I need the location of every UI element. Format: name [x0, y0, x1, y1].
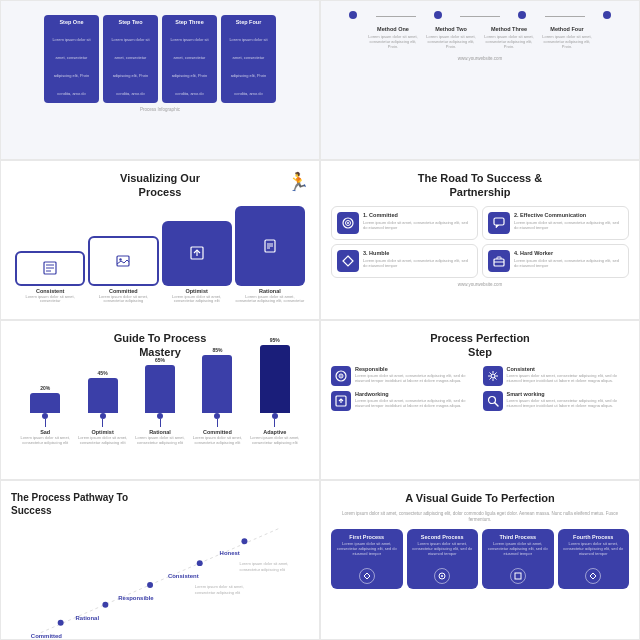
bar-rational-bar: [145, 365, 175, 413]
pps-icon-smartworking: [483, 391, 503, 411]
rts-humble-text: Lorem ipsum dolor sit amet, consectetur …: [363, 258, 472, 268]
pv-committed-text: Lorem ipsum dolor sit amet, consectetur …: [88, 295, 158, 305]
connector-3: [545, 16, 585, 17]
rts-card-humble-content: 3. Humble Lorem ipsum dolor sit amet, co…: [363, 250, 472, 268]
square-vgp-icon: [514, 572, 522, 580]
step-four-text: Lorem ipsum dolor sit amet, consectetur …: [229, 37, 267, 96]
panel-pathway: The Process Pathway ToSuccess Committed …: [0, 480, 320, 640]
svg-text:Committed: Committed: [31, 633, 62, 639]
visualizing-title: Visualizing OurProcess: [11, 171, 309, 200]
rts-communication-title: 2. Effective Communication: [514, 212, 623, 218]
method-four-text: Lorem ipsum dolor sit amet, consectetur …: [540, 34, 595, 50]
dot-3: [518, 11, 526, 19]
rts-card-hardworker: 4. Hard Worker Lorem ipsum dolor sit ame…: [482, 244, 629, 278]
bar-adaptive: 95% Adaptive Lorem ipsum dolor sit amet,…: [249, 337, 301, 446]
svg-text:Responsible: Responsible: [118, 595, 154, 601]
newspaper-icon: [43, 261, 57, 275]
rts-communication-text: Lorem ipsum dolor sit amet, consectetur …: [514, 220, 623, 230]
bar-rational-desc: Lorem ipsum dolor sit amet, consectetur …: [134, 436, 186, 446]
pv-consistent-text: Lorem ipsum dolor sit amet, consectetur: [15, 295, 85, 305]
vgp-third-icon: [510, 568, 526, 584]
bar-sad-bar: [30, 393, 60, 413]
vgp-second-text: Lorem ipsum dolor sit amet, consectetur …: [411, 542, 475, 565]
pps-icon-consistent: [483, 366, 503, 386]
pps-hardworking-content: Hardworking Lorem ipsum dolor sit amet, …: [355, 391, 478, 408]
pps-consistent-content: Consistent Lorem ipsum dolor sit amet, c…: [507, 366, 630, 383]
vgp-second-icon: [434, 568, 450, 584]
bar-rational: 65% Rational Lorem ipsum dolor sit amet,…: [134, 357, 186, 446]
pv-consistent-label: Consistent: [15, 288, 85, 294]
method-three-label: Method Three: [482, 26, 537, 32]
method-one-label: Method One: [366, 26, 421, 32]
vgp-first-icon: [359, 568, 375, 584]
step-one-box: Step One Lorem ipsum dolor sit amet, con…: [44, 15, 99, 103]
pv-rational: Rational Lorem ipsum dolor sit amet, con…: [235, 206, 305, 305]
pv-committed-label: Committed: [88, 288, 158, 294]
pv-optimist-label: Optimist: [162, 288, 232, 294]
pv-box-committed: [88, 236, 158, 286]
svg-rect-15: [494, 218, 504, 225]
vgp-fourth-title: Fourth Process: [562, 534, 626, 540]
gear-small-icon: [487, 370, 499, 382]
method-four-label: Method Four: [540, 26, 595, 32]
panel-visual-guide: A Visual Guide To Perfection Lorem ipsum…: [320, 480, 640, 640]
step-three-text: Lorem ipsum dolor sit amet, consectetur …: [170, 37, 208, 96]
pps-responsible-title: Responsible: [355, 366, 478, 372]
steps-row: Step One Lorem ipsum dolor sit amet, con…: [11, 15, 309, 103]
rts-committed-title: 1. Committed: [363, 212, 472, 218]
step-four-box: Step Four Lorem ipsum dolor sit amet, co…: [221, 15, 276, 103]
search-small-icon: [487, 395, 499, 407]
panel-methods: Method One Lorem ipsum dolor sit amet, c…: [320, 0, 640, 160]
vgp-fourth-text: Lorem ipsum dolor sit amet, consectetur …: [562, 542, 626, 565]
svg-point-5: [120, 258, 122, 260]
rts-icon-communication: [488, 212, 510, 234]
connector-2: [460, 16, 500, 17]
pps-responsible: Responsible Lorem ipsum dolor sit amet, …: [331, 366, 478, 386]
pps-smartworking-content: Smart working Lorem ipsum dolor sit amet…: [507, 391, 630, 408]
bar-adaptive-bar: [260, 345, 290, 413]
panel-process-perfection: Process PerfectionStep Responsible Lorem…: [320, 320, 640, 480]
pps-smartworking-text: Lorem ipsum dolor sit amet, consectetur …: [507, 398, 630, 408]
svg-marker-16: [343, 256, 353, 266]
bar-optimist-pct: 45%: [98, 370, 108, 376]
bar-committed: 85% Committed Lorem ipsum dolor sit amet…: [191, 347, 243, 446]
vgp-first-title: First Process: [335, 534, 399, 540]
pathway-svg: Committed Rational Responsible Consisten…: [11, 523, 309, 640]
methods-dots: [331, 11, 629, 22]
vgp-cards-row: First Process Lorem ipsum dolor sit amet…: [331, 529, 629, 589]
panel-process-steps: Step One Lorem ipsum dolor sit amet, con…: [0, 0, 320, 160]
method-two: Method Two Lorem ipsum dolor sit amet, c…: [424, 26, 479, 50]
svg-text:consectetur adipiscing elit: consectetur adipiscing elit: [239, 567, 285, 572]
svg-text:Lorem ipsum dolor sit amet,: Lorem ipsum dolor sit amet,: [239, 561, 288, 566]
pps-hardworking-text: Lorem ipsum dolor sit amet, consectetur …: [355, 398, 478, 408]
svg-point-14: [347, 222, 349, 224]
process-footer: Process Infographic: [11, 107, 309, 112]
method-one: Method One Lorem ipsum dolor sit amet, c…: [366, 26, 421, 50]
dot-4: [603, 11, 611, 19]
square-arrow-icon: [190, 246, 204, 260]
svg-point-29: [102, 602, 108, 608]
step-two-text: Lorem ipsum dolor sit amet, consectetur …: [111, 37, 149, 96]
rts-card-hardworker-content: 4. Hard Worker Lorem ipsum dolor sit ame…: [514, 250, 623, 268]
pv-box-optimist: [162, 221, 232, 286]
diamond-vgp-icon: [363, 572, 371, 580]
rts-committed-text: Lorem ipsum dolor sit amet, consectetur …: [363, 220, 472, 230]
pps-hardworking: Hardworking Lorem ipsum dolor sit amet, …: [331, 391, 478, 411]
mastery-bars-container: 20% Sad Lorem ipsum dolor sit amet, cons…: [11, 366, 309, 446]
pps-smartworking-title: Smart working: [507, 391, 630, 397]
bar-committed-pct: 85%: [212, 347, 222, 353]
svg-point-31: [197, 560, 203, 566]
diamond-icon: [342, 255, 354, 267]
panel-guide-mastery: Guide To ProcessMastery 20% Sad Lorem ip…: [0, 320, 320, 480]
step-three-box: Step Three Lorem ipsum dolor sit amet, c…: [162, 15, 217, 103]
svg-point-30: [147, 582, 153, 588]
rts-icon-committed: [337, 212, 359, 234]
svg-text:consectetur adipiscing elit: consectetur adipiscing elit: [195, 590, 241, 595]
rts-footer: www.yourwebsite.com: [331, 282, 629, 287]
vgp-card-second: Second Process Lorem ipsum dolor sit ame…: [407, 529, 479, 589]
step-two-box: Step Two Lorem ipsum dolor sit amet, con…: [103, 15, 158, 103]
step-one-label: Step One: [47, 19, 96, 25]
document-icon: [263, 239, 277, 253]
method-four: Method Four Lorem ipsum dolor sit amet, …: [540, 26, 595, 50]
svg-marker-46: [590, 573, 596, 579]
